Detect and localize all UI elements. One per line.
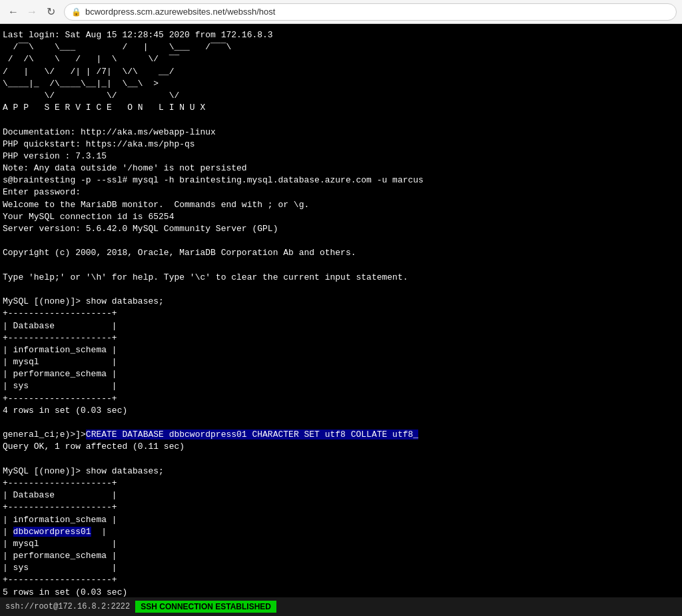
php-quickstart: PHP quickstart: https://aka.ms/php-qs [3,139,195,149]
table-line1: +--------------------+ [3,308,117,318]
url-text: bcwordpress.scm.azurewebsites.net/webssh… [85,7,669,17]
nav-buttons: ← → ↻ [5,4,59,20]
table2-line3: +--------------------+ [3,575,117,585]
db2: | mysql | [3,357,117,367]
server-version: Server version: 5.6.42.0 MySQL Community… [3,224,278,234]
table-header: | Database | [3,321,117,331]
address-bar[interactable]: 🔒 bcwordpress.scm.azurewebsites.net/webs… [64,3,677,21]
table-line2: +--------------------+ [3,333,117,343]
query-ok: Query OK, 1 row affected (0.11 sec) [3,442,184,452]
lock-icon: 🔒 [71,7,81,17]
forward-button[interactable]: → [24,4,40,20]
db2-2-highlight: dbbcwordpress01 [13,527,91,537]
db2-1: | information_schema | [3,515,117,525]
db2-2-rest: | [91,527,107,537]
app-service-line: A P P S E R V I C E O N L I N U X [3,103,205,113]
create-prefix: general_ci;e)>]> [3,430,86,440]
rows2: 5 rows in set (0.03 sec) [3,587,127,597]
help-line: Type 'help;' or '\h' for help. Type '\c'… [3,272,408,282]
show-db-cmd2: MySQL [(none)]> show databases; [3,466,164,476]
enter-password: Enter password: [3,187,81,197]
copyright: Copyright (c) 2000, 2018, Oracle, MariaD… [3,248,356,258]
rows1: 4 rows in set (0.03 sec) [3,406,127,416]
db2-5: | sys | [3,563,117,573]
db2-3: | mysql | [3,539,117,549]
reload-button[interactable]: ↻ [43,4,59,20]
ssh-address: ssh://root@172.16.8.2:2222 [5,602,130,611]
terminal[interactable]: Last login: Sat Aug 15 12:28:45 2020 fro… [0,24,682,597]
note-line: Note: Any data outside '/home' is not pe… [3,163,247,173]
doc-line: Documentation: http://aka.ms/webapp-linu… [3,127,216,137]
php-version: PHP version : 7.3.15 [3,151,107,161]
db1: | information_schema | [3,345,117,355]
connection-status: SSH CONNECTION ESTABLISHED [135,601,276,613]
db2-4: | performance_schema | [3,551,117,561]
connection-id: Your MySQL connection id is 65254 [3,212,174,222]
table2-line2: +--------------------+ [3,502,117,512]
last-login: Last login: Sat Aug 15 12:28:45 2020 fro… [3,30,273,40]
create-cmd-highlighted: CREATE DATABASE dbbcwordpress01 CHARACTE… [86,430,418,440]
table2-header: | Database | [3,490,117,500]
welcome-line: Welcome to the MariaDB monitor. Commands… [3,200,309,210]
db3: | performance_schema | [3,369,117,379]
db4: | sys | [3,381,117,391]
db2-2-plain: | [3,527,13,537]
show-db-cmd: MySQL [(none)]> show databases; [3,296,164,306]
status-bar: ssh://root@172.16.8.2:2222 SSH CONNECTIO… [0,597,682,616]
command-prompt: s@braintesting -p --ssl# mysql -h braint… [3,175,424,185]
table2-line1: +--------------------+ [3,478,117,488]
browser-chrome: ← → ↻ 🔒 bcwordpress.scm.azurewebsites.ne… [0,0,682,24]
back-button[interactable]: ← [5,4,21,20]
table-line3: +--------------------+ [3,394,117,404]
